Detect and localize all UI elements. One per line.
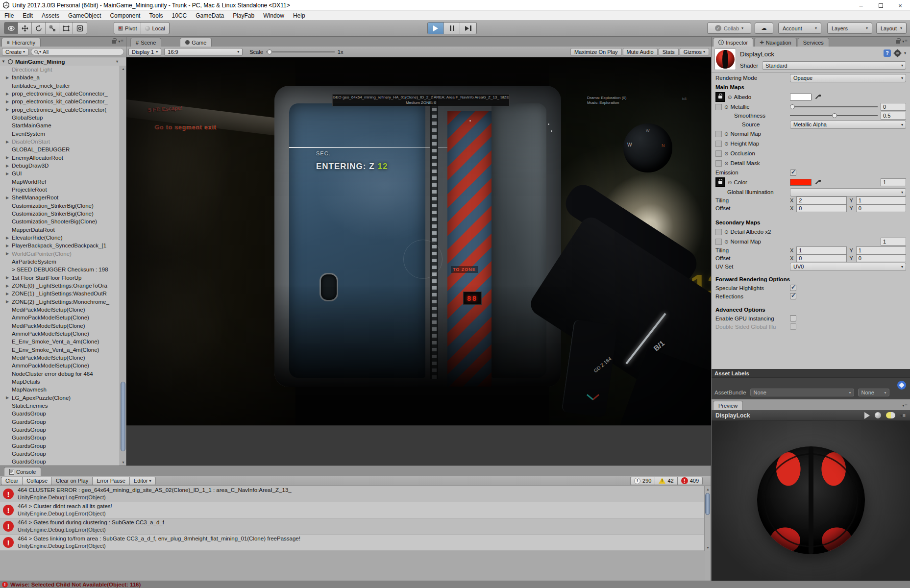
scale-knob[interactable] [267, 49, 272, 54]
tab-preview[interactable]: Preview [713, 401, 743, 410]
gear-icon[interactable] [894, 50, 901, 56]
expand-arrow-icon[interactable]: ▶ [6, 196, 12, 200]
close-button[interactable]: × [890, 0, 910, 11]
hierarchy-item[interactable]: ▶ AmmoPackModelSetup(Clone) [0, 314, 120, 321]
console-entry[interactable]: ! 464 CLUSTER ERROR : geo_64x64_mining_d… [0, 486, 705, 502]
error-count-toggle[interactable]: !409 [677, 477, 703, 485]
pause-button[interactable] [444, 23, 460, 34]
tiling-y-field[interactable]: 1 [856, 196, 906, 204]
console-entry[interactable]: ! 464 > Gates linking to/from area : Sub… [0, 535, 705, 551]
play-button[interactable] [428, 23, 444, 34]
hierarchy-item[interactable]: ▶ EnemyAllocatorRoot [0, 154, 120, 162]
hierarchy-item[interactable]: ▶ GuardsGroup [0, 410, 120, 417]
expand-arrow-icon[interactable]: ▶ [6, 395, 12, 400]
hierarchy-item[interactable]: ▶ DebugDraw3D [0, 162, 120, 170]
menu-item[interactable]: File [0, 11, 18, 20]
collab-button[interactable]: ✓ Collab▾ [707, 23, 751, 34]
hierarchy-item[interactable]: ▶ GuardsGroup [0, 417, 120, 425]
transform-tool-button[interactable] [73, 23, 87, 34]
panel-menu-icon[interactable]: ▾≡ [118, 38, 124, 44]
expand-arrow-icon[interactable]: ▶ [6, 244, 12, 248]
tab-inspector[interactable]: i Inspector [713, 38, 753, 47]
assetbundle-dropdown[interactable]: None▾ [750, 389, 854, 396]
clear-button[interactable]: Clear [1, 477, 22, 485]
hierarchy-item[interactable]: ▶ DisableOnStart [0, 138, 120, 146]
emission-intensity-value[interactable]: 1 [881, 178, 906, 186]
asset-labels-header[interactable]: Asset Labels [712, 369, 910, 378]
hierarchy-item[interactable]: ▶ fanblade_a [0, 74, 120, 81]
move-tool-button[interactable] [18, 23, 32, 34]
create-button[interactable]: Create▾ [2, 48, 28, 56]
detail-albedo-texture-slot[interactable] [715, 229, 722, 235]
hierarchy-item[interactable]: ▶ Customization_StrikerBig(Clone) [0, 202, 120, 210]
assetbundle-variant-dropdown[interactable]: None▾ [858, 389, 889, 396]
secondary-offset-y-field[interactable]: 0 [856, 254, 906, 262]
tab-console[interactable]: Console [4, 467, 41, 476]
hierarchy-item[interactable]: ▶ MediPackModelSetup(Clone) [0, 306, 120, 314]
hierarchy-scrollbar[interactable]: ▲ ▼ [120, 66, 126, 466]
scale-tool-button[interactable] [46, 23, 59, 34]
menu-item[interactable]: Window [259, 11, 289, 20]
hierarchy-item[interactable]: ▶ GLOBAL_DEBUGGER [0, 146, 120, 153]
error-pause-button[interactable]: Error Pause [92, 477, 129, 485]
menu-item[interactable]: GameObject [64, 11, 105, 20]
display-dropdown[interactable]: Display 1▾ [128, 48, 161, 56]
hierarchy-item[interactable]: ▶ Customization_ShooterBig(Clone) [0, 218, 120, 225]
preview-menu-icon[interactable]: ▾≡ [900, 413, 906, 418]
expand-arrow-icon[interactable]: ▶ [6, 284, 12, 288]
hierarchy-item[interactable]: ▶ AmmoPackModelSetup(Clone) [0, 362, 120, 369]
hierarchy-item[interactable]: ▶ AmmoPackModelSetup(Clone) [0, 330, 120, 338]
menu-item[interactable]: PlayFab [228, 11, 259, 20]
scene-options-icon[interactable]: ▾ [116, 59, 118, 64]
mute-audio-button[interactable]: Mute Audio [623, 48, 658, 56]
specular-checkbox[interactable] [790, 285, 796, 291]
hierarchy-item[interactable]: ▶ 1st Floor StartFloor FloorUp [0, 274, 120, 282]
info-count-toggle[interactable]: !290 [630, 477, 655, 485]
eyedropper-icon[interactable] [814, 179, 821, 186]
metallic-texture-slot[interactable] [715, 104, 722, 110]
local-toggle-button[interactable]: Local [141, 23, 169, 34]
menu-item[interactable]: Component [105, 11, 145, 20]
hierarchy-item[interactable]: ▶ MapperDataRoot [0, 226, 120, 234]
material-preview-area[interactable] [712, 421, 910, 581]
offset-y-field[interactable]: 0 [856, 204, 906, 212]
console-entry[interactable]: ! 464 > Cluster didnt reach all its gate… [0, 502, 705, 518]
pivot-toggle-button[interactable]: Pivot [114, 23, 141, 34]
hierarchy-item[interactable]: ▶ GuardsGroup [0, 450, 120, 458]
expand-arrow-icon[interactable]: ▶ [6, 275, 12, 280]
account-button[interactable]: Account▾ [778, 23, 821, 34]
hierarchy-item[interactable]: ▶ prop_electronics_kit_cableConnector_ [0, 98, 120, 105]
console-scrollbar[interactable]: ▲ ▼ [704, 486, 711, 551]
hierarchy-item[interactable]: ▶ Directional Light [0, 66, 120, 74]
scroll-up-icon[interactable]: ▲ [120, 66, 126, 72]
hierarchy-item[interactable]: ▶ GUI [0, 170, 120, 177]
hierarchy-item[interactable]: ▶ > SEED DEBUGGER Checksum : 198 [0, 266, 120, 273]
console-entry[interactable]: ! 464 > Gates found during clustering : … [0, 518, 705, 535]
secondary-offset-x-field[interactable]: 0 [796, 254, 846, 262]
scroll-up-icon[interactable]: ▲ [705, 486, 711, 492]
hierarchy-item[interactable]: ▶ LG_ApexPuzzle(Clone) [0, 393, 120, 401]
warning-count-toggle[interactable]: 42 [655, 477, 677, 485]
lock-icon[interactable] [896, 40, 900, 44]
normal-map-texture-slot[interactable] [715, 131, 722, 137]
scroll-down-icon[interactable]: ▼ [705, 544, 711, 551]
clear-on-play-button[interactable]: Clear on Play [51, 477, 92, 485]
expand-arrow-icon[interactable]: ▶ [6, 140, 12, 144]
menu-item[interactable]: Help [289, 11, 310, 20]
occlusion-texture-slot[interactable] [715, 150, 722, 157]
expand-arrow-icon[interactable]: ▶ [6, 251, 12, 256]
secondary-normal-value[interactable]: 1 [881, 238, 906, 245]
hierarchy-item[interactable]: ▶ E_Env_Smoke_Vent_a_4m(Clone) [0, 338, 120, 345]
hierarchy-item[interactable]: ▶ fanblades_mock_trailer [0, 82, 120, 90]
search-input[interactable]: ▾ All [31, 48, 124, 55]
hierarchy-item[interactable]: ▶ ZONE(0) _LightSettings:OrangeToOra [0, 282, 120, 290]
rendering-mode-dropdown[interactable]: Opaque▾ [790, 74, 906, 82]
expand-arrow-icon[interactable]: ▶ [6, 155, 12, 160]
menu-item[interactable]: 10CC [167, 11, 191, 20]
hierarchy-item[interactable]: ▶ StaticEnemies [0, 402, 120, 410]
secondary-tiling-x-field[interactable]: 1 [796, 246, 846, 254]
expanded-arrow-icon[interactable]: ▼ [1, 59, 5, 64]
hierarchy-item[interactable]: ▶ MapWorldRef [0, 178, 120, 186]
scroll-down-icon[interactable]: ▼ [120, 459, 126, 466]
expand-arrow-icon[interactable]: ▶ [6, 164, 12, 168]
